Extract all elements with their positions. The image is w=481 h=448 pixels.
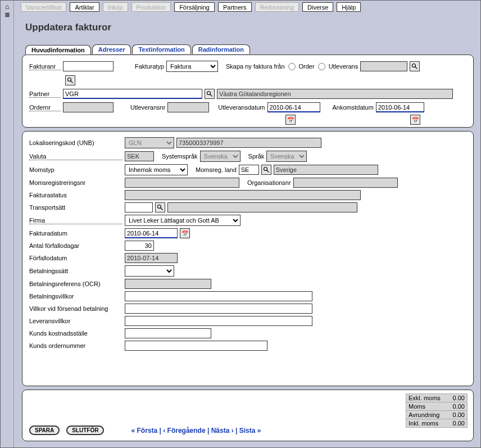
svg-point-8 (158, 205, 161, 209)
utleveransdatum-input[interactable] (267, 102, 320, 112)
partner-lookup-button[interactable] (205, 89, 215, 99)
tab-textinformation[interactable]: Textinformation (132, 44, 190, 54)
menu-hjalp[interactable]: Hjälp (337, 2, 361, 12)
nav-first[interactable]: « Första (131, 427, 157, 435)
skapa-utleverans-radio[interactable] (318, 63, 325, 70)
systemsprak-label: Systemspråk (162, 153, 198, 160)
villkor-forsenad-label: Villkor vid försenad betalning (29, 305, 122, 312)
fakturanr-input[interactable] (63, 61, 114, 71)
firma-select[interactable]: Livet Leker Lättlagat och Gott AB (125, 215, 240, 226)
svg-point-0 (412, 64, 416, 67)
utleveransdatum-calendar-button[interactable]: 📅 (285, 115, 296, 125)
top-menu: Varucertifikat Artiklar Inköp Produktion… (14, 1, 480, 13)
nav-next[interactable]: Nästa › (211, 427, 234, 435)
spara-button[interactable]: SPARA (29, 426, 60, 435)
transportsatt-lookup-button[interactable] (155, 202, 165, 212)
menu-varucertifikat: Varucertifikat (21, 2, 66, 12)
tab-radinformation[interactable]: Radinformation (192, 44, 250, 54)
transportsatt-code-input[interactable] (125, 202, 153, 212)
fakturadatum-calendar-button[interactable]: 📅 (180, 228, 190, 238)
lokaliseringskod-type-select: GLN (125, 137, 174, 148)
momsregistreringsnr-label: Momsregistreringsnr (29, 179, 122, 186)
momsreg-land-code-input[interactable] (239, 165, 259, 175)
ankomstdatum-calendar-button[interactable]: 📅 (410, 115, 420, 125)
moms-value: 0.00 (453, 403, 465, 410)
sprak-select: Svenska (266, 151, 307, 162)
momsreg-land-name-display (274, 165, 378, 175)
svg-point-4 (207, 92, 211, 95)
ankomstdatum-input[interactable] (376, 102, 424, 112)
tab-adresser[interactable]: Adresser (92, 44, 131, 54)
momsreg-land-lookup-button[interactable] (261, 165, 271, 175)
fakturatyp-select[interactable]: Faktura (166, 61, 218, 72)
skapa-ny-faktura-label: Skapa ny faktura från (226, 63, 285, 70)
fakturastatus-label: Fakturastatus (29, 192, 122, 198)
home-icon[interactable]: ⌂ (1, 3, 13, 11)
inkl-moms-label: Inkl. moms (409, 420, 438, 427)
partner-code-input[interactable] (63, 89, 202, 99)
tab-huvudinformation[interactable]: Huvudinformation (25, 45, 91, 55)
svg-point-2 (68, 78, 71, 82)
svg-line-9 (161, 208, 163, 210)
sprak-label: Språk (248, 153, 265, 160)
menu-diverse[interactable]: Diverse (302, 2, 333, 12)
betalningssatt-label: Betalningssätt (29, 268, 122, 274)
betalningsreferens-label: Betalningsreferens (OCR) (29, 280, 122, 287)
kunds-ordernummer-label: Kunds ordernummer (29, 342, 122, 349)
menu-artiklar[interactable]: Artiklar (70, 2, 99, 12)
antal-forfallodagar-input[interactable] (125, 241, 154, 251)
menu-redovisning: Redovisning (255, 2, 300, 12)
momstyp-label: Momstyp (29, 166, 122, 173)
lokaliseringskod-label: Lokaliseringskod (UNB) (29, 139, 122, 146)
kunds-kostnadsstalle-input[interactable] (125, 328, 211, 338)
exkl-moms-label: Exkl. moms (409, 395, 441, 401)
avrundning-value: 0.00 (453, 411, 465, 418)
nav-last[interactable]: Sista » (239, 427, 261, 435)
ankomstdatum-label: Ankomstdatum (333, 104, 374, 111)
page-title: Uppdatera fakturor (25, 22, 111, 33)
menu-forsaljning[interactable]: Försäljning (174, 2, 215, 12)
momstyp-select[interactable]: Inhemsk moms (125, 164, 188, 175)
organisationsnr-label: Organisationsnr (247, 179, 291, 186)
utleverans-label: Utleverans (329, 63, 359, 70)
betalningsvillkor-input[interactable] (125, 291, 312, 301)
list-icon[interactable]: ≣ (1, 11, 13, 19)
leveransvillkor-input[interactable] (125, 316, 312, 326)
fakturatyp-label: Fakturatyp (135, 63, 164, 70)
transportsatt-name-display (167, 202, 357, 212)
footer-panel: Exkl. moms0.00 Moms0.00 Avrundning0.00 I… (22, 390, 474, 441)
fakturadatum-input[interactable] (125, 228, 178, 238)
utleveransdatum-label: Utleveransdatum (218, 104, 265, 111)
leveransvillkor-label: Leveransvillkor (29, 318, 122, 324)
nav-prev[interactable]: ‹ Föregående (163, 427, 205, 435)
fakturastatus-input (125, 190, 361, 200)
momsreg-land-label: Momsreg. land (196, 166, 237, 173)
header-panel: Fakturanr Fakturatyp Faktura Skapa ny fa… (22, 55, 474, 128)
momsregistreringsnr-input (125, 178, 239, 188)
skapa-ref-input[interactable] (360, 61, 407, 71)
kunds-kostnadsstalle-label: Kunds kostnadsställe (29, 330, 122, 337)
villkor-forsenad-input[interactable] (125, 304, 312, 314)
paging-nav: « Första | ‹ Föregående | Nästa › | Sist… (131, 427, 261, 435)
antal-forfallodagar-label: Antal förfallodagar (29, 242, 122, 249)
betalningssatt-select[interactable] (125, 265, 174, 277)
betalningsvillkor-label: Betalningsvillkor (29, 293, 122, 300)
partner-label: Partner (29, 90, 61, 98)
skapa-order-radio[interactable] (288, 63, 296, 70)
menu-inkop: Inköp (103, 2, 128, 12)
menu-partners[interactable]: Partners (218, 2, 252, 12)
valuta-label: Valuta (29, 153, 122, 160)
betalningsreferens-input (125, 279, 211, 289)
transportsatt-label: Transportsätt (29, 204, 122, 211)
svg-line-5 (210, 94, 212, 97)
fakturanr-lookup-button[interactable] (65, 75, 75, 85)
kunds-ordernummer-input[interactable] (125, 341, 267, 351)
totals-block: Exkl. moms0.00 Moms0.00 Avrundning0.00 I… (406, 393, 468, 428)
systemsprak-select: Svenska (200, 151, 240, 162)
fakturadatum-label: Fakturadatum (29, 230, 122, 237)
skapa-lookup-button[interactable] (410, 61, 420, 71)
slutfor-button[interactable]: SLUTFÖR (66, 426, 104, 435)
forfallodatum-label: Förfallodatum (29, 255, 122, 261)
order-label: Order (299, 63, 315, 70)
organisationsnr-input (293, 178, 398, 188)
